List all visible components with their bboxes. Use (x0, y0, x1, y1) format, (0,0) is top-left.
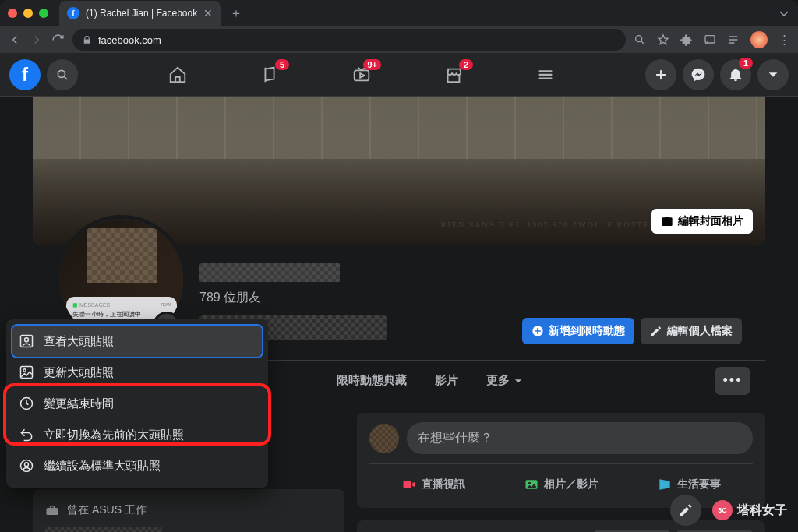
browser-tab[interactable]: f (1) Rachel Jian | Facebook ✕ (59, 1, 221, 26)
svg-point-12 (25, 338, 29, 342)
tab-videos[interactable]: 影片 (422, 362, 471, 399)
intro-card: 曾在 ASUS 工作 (33, 489, 344, 532)
window-controls (8, 9, 48, 18)
profile-actions: 新增到限時動態 編輯個人檔案 (522, 318, 742, 344)
svg-rect-5 (404, 481, 411, 488)
extensions-icon[interactable] (680, 33, 693, 46)
messenger-button[interactable] (683, 59, 714, 90)
svg-point-0 (636, 36, 642, 42)
composer-card: 在想些什麼？ 直播視訊 相片／影片 生活要事 (357, 413, 765, 508)
chrome-actions: ⋮ (634, 31, 790, 48)
close-tab-icon[interactable]: ✕ (203, 7, 213, 19)
composer-photo-video[interactable]: 相片／影片 (497, 470, 625, 499)
floating-edit-button[interactable] (670, 495, 701, 526)
watermark-badge: 3C (712, 500, 733, 520)
tab-bar: f (1) Rachel Jian | Facebook ✕ ＋ (0, 0, 798, 26)
notif-badge: 1 (739, 58, 753, 69)
watch-badge: 9+ (363, 59, 381, 70)
pages-badge: 5 (275, 59, 289, 70)
nav-watch[interactable]: 9+ (319, 56, 404, 93)
new-tab-button[interactable]: ＋ (230, 5, 242, 22)
create-button[interactable] (645, 59, 676, 90)
svg-point-17 (25, 463, 29, 467)
lock-icon (82, 35, 92, 45)
svg-rect-3 (355, 70, 369, 80)
svg-point-2 (58, 70, 65, 77)
maximize-window[interactable] (39, 9, 48, 18)
intro-work: 曾在 ASUS 工作 (45, 499, 332, 522)
nav-pages[interactable]: 5 (227, 56, 312, 93)
facebook-search-button[interactable] (47, 59, 78, 90)
edit-profile-button[interactable]: 編輯個人檔案 (641, 318, 742, 344)
svg-point-7 (528, 482, 531, 484)
minimize-window[interactable] (23, 9, 33, 18)
close-window[interactable] (8, 9, 17, 18)
intro-line-redacted (45, 527, 162, 532)
market-badge: 2 (459, 59, 473, 70)
tab-more[interactable]: 更多 (474, 362, 536, 399)
nav-right: 1 (645, 59, 789, 90)
notifications-button[interactable]: 1 (720, 59, 751, 90)
friends-count[interactable]: 789 位朋友 (200, 290, 742, 306)
facebook-nav: f 5 9+ 2 1 (0, 53, 798, 97)
reload-button[interactable] (51, 33, 65, 47)
watermark-text: 塔科女子 (737, 502, 787, 519)
address-bar[interactable]: facebook.com (72, 29, 626, 51)
chrome-profile-avatar[interactable] (750, 31, 768, 48)
facebook-favicon: f (67, 7, 79, 19)
nav-menu[interactable] (503, 56, 588, 93)
nav-marketplace[interactable]: 2 (411, 56, 496, 93)
person-frame-icon (19, 333, 34, 349)
profile-name-redacted (200, 263, 340, 282)
menu-view-avatar[interactable]: 查看大頭貼照 (12, 326, 262, 357)
bookmark-star-icon[interactable] (657, 33, 669, 46)
tab-title: (1) Rachel Jian | Facebook (86, 8, 197, 19)
account-button[interactable] (757, 59, 789, 90)
clock-icon (19, 396, 34, 411)
avatar-dropdown-menu: 查看大頭貼照 更新大頭貼照 變更結束時間 立即切換為先前的大頭貼照 繼續設為標準… (6, 319, 268, 488)
menu-update-avatar[interactable]: 更新大頭貼照 (12, 357, 262, 388)
expand-tabs-icon[interactable] (778, 7, 790, 19)
browser-chrome: f (1) Rachel Jian | Facebook ✕ ＋ faceboo… (0, 0, 798, 53)
watermark: 3C 塔科女子 (670, 495, 787, 526)
edit-cover-button[interactable]: 編輯封面相片 (651, 209, 753, 234)
chrome-menu-icon[interactable]: ⋮ (779, 33, 790, 47)
address-bar-row: facebook.com ⋮ (0, 26, 798, 53)
chrome-search-icon[interactable] (634, 33, 646, 46)
nav-home[interactable] (135, 56, 221, 93)
composer-input[interactable]: 在想些什麼？ (407, 422, 753, 454)
composer-avatar[interactable] (369, 424, 399, 453)
forward-button[interactable] (30, 33, 44, 47)
tab-overflow-button[interactable]: ••• (715, 367, 750, 395)
person-circle-icon (19, 458, 34, 474)
svg-rect-11 (21, 336, 33, 347)
undo-icon (19, 427, 34, 442)
svg-point-14 (23, 369, 26, 372)
image-icon (19, 365, 34, 380)
nav-center: 5 9+ 2 (84, 56, 639, 93)
back-button[interactable] (8, 33, 22, 47)
reading-list-icon[interactable] (727, 33, 740, 46)
add-story-button[interactable]: 新增到限時動態 (522, 318, 634, 344)
menu-change-end-time[interactable]: 變更結束時間 (12, 388, 262, 419)
cast-icon[interactable] (704, 33, 716, 46)
svg-rect-1 (705, 36, 715, 43)
facebook-logo[interactable]: f (9, 59, 41, 90)
url-text: facebook.com (98, 34, 161, 46)
cover-caption: RIEN SANS DIEU 1907 928 ZWOLLE ROTTERDAM (441, 220, 680, 229)
menu-switch-previous[interactable]: 立即切換為先前的大頭貼照 (12, 419, 262, 450)
composer-live-video[interactable]: 直播視訊 (369, 470, 497, 499)
menu-keep-standard[interactable]: 繼續設為標準大頭貼照 (12, 450, 262, 481)
tab-stories-archive[interactable]: 限時動態典藏 (324, 362, 419, 399)
